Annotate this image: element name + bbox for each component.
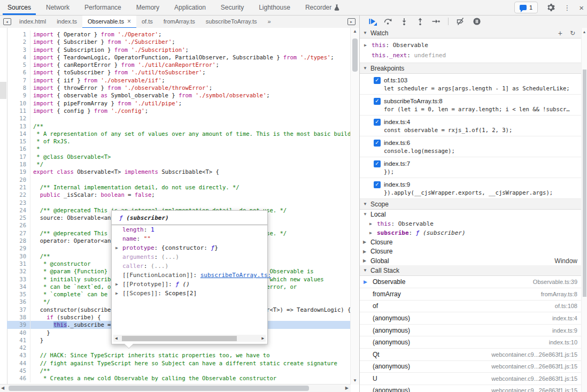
breakpoint-location[interactable]: index.ts:9	[384, 181, 410, 188]
line-number[interactable]: 14	[7, 130, 30, 137]
close-tab-icon[interactable]: ×	[127, 18, 131, 25]
breakpoint-location[interactable]: index.ts:4	[384, 119, 410, 125]
tab-recorder[interactable]: Recorder	[298, 0, 347, 15]
callstack-section-header[interactable]: ▼ Call Stack	[360, 265, 582, 276]
line-text[interactable]: import { throwError } from './observable…	[30, 84, 351, 91]
tab-application[interactable]: Application	[167, 0, 213, 15]
breakpoint-checkbox[interactable]: ✓	[374, 98, 381, 105]
scroll-right-icon[interactable]: ▶	[345, 386, 349, 390]
line-number[interactable]: 30	[7, 252, 30, 260]
breakpoint-location[interactable]: of.ts:103	[384, 77, 407, 83]
line-text[interactable]	[30, 176, 351, 183]
line-number[interactable]: 25	[7, 214, 30, 221]
scroll-left-icon[interactable]: ◀	[1, 386, 4, 390]
line-text[interactable]: public _isScalar: boolean = false;	[30, 191, 351, 198]
line-text[interactable]: * A representation of any set of values …	[30, 130, 351, 137]
line-number[interactable]: 13	[7, 122, 30, 130]
scope-group-local[interactable]: ▼Local	[360, 210, 582, 219]
property-value[interactable]: subscribeToArray.ts:	[200, 272, 271, 279]
expand-triangle-icon[interactable]: ▼	[363, 212, 367, 217]
navigator-resize-handle[interactable]	[0, 82, 6, 99]
step-over-button[interactable]	[381, 16, 395, 27]
scope-group-closure[interactable]: ▶Closure	[360, 247, 582, 256]
line-text[interactable]: import { iif } from './observable/iif';	[30, 76, 351, 84]
scroll-up-icon[interactable]: ▲	[582, 29, 587, 35]
line-text[interactable]: import { TeardownLogic, OperatorFunction…	[30, 53, 351, 61]
breakpoint-code-snippet[interactable]: let scheduler = args[args.length - 1] as…	[384, 84, 582, 93]
line-text[interactable]: /**	[30, 122, 351, 130]
callstack-frame[interactable]: ofof.ts:108	[360, 301, 582, 313]
line-number[interactable]: 17	[7, 153, 30, 160]
line-number[interactable]: 39	[7, 321, 30, 328]
line-number[interactable]: 31	[7, 260, 30, 267]
breakpoint-checkbox[interactable]: ✓	[374, 119, 381, 126]
expand-triangle-icon[interactable]: ▶	[115, 245, 118, 250]
watch-section-header[interactable]: ▼ Watch + ↻	[360, 28, 582, 39]
line-number[interactable]: 15	[7, 137, 30, 145]
line-text[interactable]	[30, 114, 351, 122]
line-text[interactable]	[30, 344, 351, 351]
breakpoint-checkbox[interactable]: ✓	[374, 77, 381, 84]
line-text[interactable]: import { Subscription } from './Subscrip…	[30, 46, 351, 53]
line-number[interactable]: 2	[7, 38, 30, 45]
line-number[interactable]: 21	[7, 183, 30, 191]
line-number[interactable]: 4	[7, 53, 30, 61]
line-number[interactable]: 9	[7, 91, 30, 99]
line-text[interactable]: import { pipeFromArray } from './util/pi…	[30, 99, 351, 107]
line-text[interactable]: export class Observable<T> implements Su…	[30, 168, 351, 175]
line-number[interactable]: 29	[7, 244, 30, 252]
line-number[interactable]: 38	[7, 313, 30, 321]
line-number[interactable]: 42	[7, 344, 30, 351]
line-number[interactable]: 28	[7, 237, 30, 244]
file-tab-observable-ts[interactable]: Observable.ts×	[82, 15, 136, 28]
popup-scroll-left-icon[interactable]: ◀	[115, 336, 118, 341]
line-number[interactable]: 43	[7, 351, 30, 359]
breakpoint-code-snippet[interactable]: for (let i = 0, len = array.length; i < …	[384, 105, 582, 113]
expand-triangle-icon[interactable]: ▶	[363, 258, 366, 263]
callstack-frame[interactable]: (anonymous)index.ts:4	[360, 312, 582, 325]
line-number[interactable]: 27	[7, 229, 30, 237]
toggle-navigator-icon[interactable]: ◂	[0, 15, 14, 28]
breakpoint-checkbox[interactable]: ✓	[374, 160, 381, 167]
scroll-down-icon[interactable]: ▼	[351, 378, 359, 383]
step-button[interactable]	[429, 16, 443, 27]
line-number[interactable]: 19	[7, 168, 30, 175]
expand-triangle-icon[interactable]: ▶	[369, 230, 372, 235]
breakpoint-location[interactable]: subscribeToArray.ts:8	[384, 98, 443, 104]
line-text[interactable]	[30, 199, 351, 206]
line-text[interactable]: */	[30, 160, 351, 168]
scope-variable[interactable]: ▶this: Observable	[360, 219, 582, 228]
tab-performance[interactable]: Performance	[77, 0, 129, 15]
line-number[interactable]: 10	[7, 99, 30, 107]
editor-horizontal-scrollbar[interactable]: ◀ ▶	[0, 384, 351, 392]
line-number[interactable]: 34	[7, 283, 30, 290]
line-number[interactable]: 44	[7, 359, 30, 367]
sidebar-scroll-thumb[interactable]	[583, 70, 586, 297]
breakpoint-item[interactable]: ✓index.ts:4const observable = rxjs_1.of(…	[360, 116, 582, 136]
line-text[interactable]: import { toSubscriber } from './util/toS…	[30, 68, 351, 76]
settings-gear-icon[interactable]	[546, 3, 555, 12]
line-number[interactable]: 32	[7, 267, 30, 275]
breakpoint-location[interactable]: index.ts:6	[384, 140, 410, 146]
callstack-frame[interactable]: Uwebcontainer.c9...26e863f1.js:15	[360, 373, 582, 385]
breakpoint-code-snippet[interactable]: const observable = rxjs_1.of(1, 2, 3);	[384, 126, 582, 134]
line-number[interactable]: 26	[7, 221, 30, 229]
tab-network[interactable]: Network	[38, 0, 77, 15]
line-number[interactable]: 3	[7, 46, 30, 53]
editor-vscroll-thumb[interactable]	[352, 39, 358, 72]
line-number[interactable]: 24	[7, 206, 30, 214]
callstack-frame[interactable]: (anonymous)index.ts:10	[360, 336, 582, 349]
line-number[interactable]: 11	[7, 107, 30, 114]
breakpoint-item[interactable]: ✓subscribeToArray.ts:8for (let i = 0, le…	[360, 95, 582, 116]
expand-triangle-icon[interactable]: ▶	[115, 282, 118, 287]
watch-item[interactable]: this._next: undefined	[360, 50, 582, 60]
tab-lighthouse[interactable]: Lighthouse	[251, 0, 298, 15]
line-number[interactable]: 46	[7, 374, 30, 382]
callstack-frame[interactable]: Qtwebcontainer.c9...26e863f1.js:15	[360, 349, 582, 361]
breakpoint-code-snippet[interactable]: });	[384, 168, 582, 176]
line-text[interactable]: *	[30, 145, 351, 152]
line-text[interactable]: import { config } from './config';	[30, 107, 351, 114]
more-options-icon[interactable]: ⋮	[563, 4, 570, 12]
breakpoint-checkbox[interactable]: ✓	[374, 140, 381, 147]
callstack-frame[interactable]: (anonymous)webcontainer.c9...26e863f1.js…	[360, 385, 582, 392]
